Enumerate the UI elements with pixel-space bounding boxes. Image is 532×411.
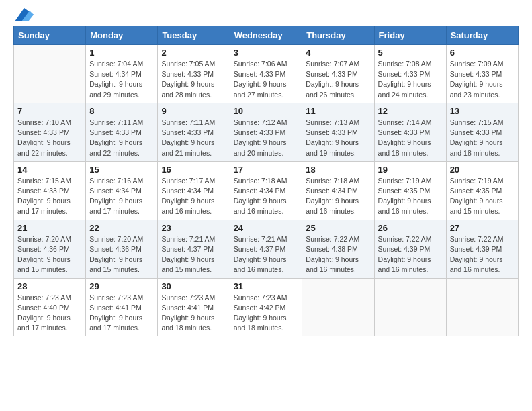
calendar-cell: 21Sunrise: 7:20 AMSunset: 4:36 PMDayligh… [14, 220, 86, 278]
calendar-cell: 28Sunrise: 7:23 AMSunset: 4:40 PMDayligh… [14, 278, 86, 336]
day-number: 2 [161, 48, 226, 58]
day-info: Sunrise: 7:06 AMSunset: 4:33 PMDaylight:… [234, 59, 299, 100]
weekday-header: Sunday [14, 26, 86, 45]
day-number: 17 [234, 165, 299, 175]
day-info: Sunrise: 7:20 AMSunset: 4:36 PMDaylight:… [17, 234, 82, 275]
day-number: 30 [161, 281, 226, 291]
calendar-cell: 20Sunrise: 7:19 AMSunset: 4:35 PMDayligh… [446, 161, 518, 220]
day-number: 12 [378, 106, 443, 116]
day-number: 28 [17, 281, 82, 291]
day-info: Sunrise: 7:23 AMSunset: 4:41 PMDaylight:… [89, 293, 154, 334]
logo-icon [15, 8, 34, 21]
day-info: Sunrise: 7:11 AMSunset: 4:33 PMDaylight:… [161, 118, 226, 158]
day-number: 11 [306, 106, 370, 116]
calendar-cell: 19Sunrise: 7:19 AMSunset: 4:35 PMDayligh… [374, 161, 446, 220]
calendar-cell: 29Sunrise: 7:23 AMSunset: 4:41 PMDayligh… [86, 278, 158, 336]
day-info: Sunrise: 7:22 AMSunset: 4:38 PMDaylight:… [306, 234, 370, 275]
logo [13, 11, 34, 19]
day-info: Sunrise: 7:23 AMSunset: 4:40 PMDaylight:… [17, 293, 82, 334]
day-info: Sunrise: 7:23 AMSunset: 4:42 PMDaylight:… [234, 293, 299, 334]
day-number: 10 [234, 106, 299, 116]
calendar-cell [374, 278, 446, 336]
day-number: 5 [378, 48, 443, 58]
day-number: 22 [89, 223, 154, 233]
weekday-header: Friday [374, 26, 446, 45]
day-info: Sunrise: 7:17 AMSunset: 4:34 PMDaylight:… [161, 176, 226, 217]
calendar-cell [302, 278, 374, 336]
calendar-table: SundayMondayTuesdayWednesdayThursdayFrid… [13, 26, 519, 336]
calendar-cell: 4Sunrise: 7:07 AMSunset: 4:33 PMDaylight… [302, 45, 374, 103]
calendar-header-row: SundayMondayTuesdayWednesdayThursdayFrid… [14, 26, 519, 45]
calendar-cell: 3Sunrise: 7:06 AMSunset: 4:33 PMDaylight… [230, 45, 302, 103]
calendar-cell: 26Sunrise: 7:22 AMSunset: 4:39 PMDayligh… [374, 220, 446, 278]
day-info: Sunrise: 7:16 AMSunset: 4:34 PMDaylight:… [89, 176, 154, 217]
calendar-cell: 7Sunrise: 7:10 AMSunset: 4:33 PMDaylight… [14, 103, 86, 161]
day-number: 27 [450, 223, 515, 233]
calendar-cell: 6Sunrise: 7:09 AMSunset: 4:33 PMDaylight… [446, 45, 518, 103]
day-number: 8 [89, 106, 154, 116]
day-number: 14 [17, 165, 82, 175]
day-info: Sunrise: 7:10 AMSunset: 4:33 PMDaylight:… [17, 118, 82, 158]
calendar-cell: 5Sunrise: 7:08 AMSunset: 4:33 PMDaylight… [374, 45, 446, 103]
day-number: 4 [306, 48, 370, 58]
calendar-cell: 27Sunrise: 7:22 AMSunset: 4:39 PMDayligh… [446, 220, 518, 278]
calendar-cell: 24Sunrise: 7:21 AMSunset: 4:37 PMDayligh… [230, 220, 302, 278]
day-number: 25 [306, 223, 370, 233]
calendar-week-row: 1Sunrise: 7:04 AMSunset: 4:34 PMDaylight… [14, 45, 519, 103]
calendar-cell: 14Sunrise: 7:15 AMSunset: 4:33 PMDayligh… [14, 161, 86, 220]
day-number: 29 [89, 281, 154, 291]
calendar-cell: 8Sunrise: 7:11 AMSunset: 4:33 PMDaylight… [86, 103, 158, 161]
day-info: Sunrise: 7:12 AMSunset: 4:33 PMDaylight:… [234, 118, 299, 158]
day-info: Sunrise: 7:05 AMSunset: 4:33 PMDaylight:… [161, 59, 226, 100]
day-info: Sunrise: 7:15 AMSunset: 4:33 PMDaylight:… [450, 118, 515, 158]
day-info: Sunrise: 7:07 AMSunset: 4:33 PMDaylight:… [306, 59, 370, 100]
day-info: Sunrise: 7:14 AMSunset: 4:33 PMDaylight:… [378, 118, 443, 158]
calendar-cell: 25Sunrise: 7:22 AMSunset: 4:38 PMDayligh… [302, 220, 374, 278]
calendar-cell: 31Sunrise: 7:23 AMSunset: 4:42 PMDayligh… [230, 278, 302, 336]
day-info: Sunrise: 7:19 AMSunset: 4:35 PMDaylight:… [450, 176, 515, 217]
day-number: 9 [161, 106, 226, 116]
day-number: 19 [378, 165, 443, 175]
day-info: Sunrise: 7:13 AMSunset: 4:33 PMDaylight:… [306, 118, 370, 158]
day-info: Sunrise: 7:23 AMSunset: 4:41 PMDaylight:… [161, 293, 226, 334]
day-number: 18 [306, 165, 370, 175]
day-info: Sunrise: 7:09 AMSunset: 4:33 PMDaylight:… [450, 59, 515, 100]
day-number: 20 [450, 165, 515, 175]
calendar-cell: 1Sunrise: 7:04 AMSunset: 4:34 PMDaylight… [86, 45, 158, 103]
calendar-cell: 22Sunrise: 7:20 AMSunset: 4:36 PMDayligh… [86, 220, 158, 278]
day-number: 15 [89, 165, 154, 175]
calendar-cell: 10Sunrise: 7:12 AMSunset: 4:33 PMDayligh… [230, 103, 302, 161]
calendar-cell: 18Sunrise: 7:18 AMSunset: 4:34 PMDayligh… [302, 161, 374, 220]
day-info: Sunrise: 7:18 AMSunset: 4:34 PMDaylight:… [306, 176, 370, 217]
day-info: Sunrise: 7:15 AMSunset: 4:33 PMDaylight:… [17, 176, 82, 217]
day-info: Sunrise: 7:22 AMSunset: 4:39 PMDaylight:… [450, 234, 515, 275]
day-info: Sunrise: 7:18 AMSunset: 4:34 PMDaylight:… [234, 176, 299, 217]
calendar-week-row: 28Sunrise: 7:23 AMSunset: 4:40 PMDayligh… [14, 278, 519, 336]
calendar-cell: 16Sunrise: 7:17 AMSunset: 4:34 PMDayligh… [158, 161, 230, 220]
day-info: Sunrise: 7:11 AMSunset: 4:33 PMDaylight:… [89, 118, 154, 158]
weekday-header: Saturday [446, 26, 518, 45]
day-info: Sunrise: 7:20 AMSunset: 4:36 PMDaylight:… [89, 234, 154, 275]
calendar-cell: 15Sunrise: 7:16 AMSunset: 4:34 PMDayligh… [86, 161, 158, 220]
weekday-header: Tuesday [158, 26, 230, 45]
day-info: Sunrise: 7:08 AMSunset: 4:33 PMDaylight:… [378, 59, 443, 100]
weekday-header: Wednesday [230, 26, 302, 45]
day-info: Sunrise: 7:21 AMSunset: 4:37 PMDaylight:… [161, 234, 226, 275]
day-number: 16 [161, 165, 226, 175]
page-header [13, 11, 519, 19]
day-number: 21 [17, 223, 82, 233]
calendar-cell: 12Sunrise: 7:14 AMSunset: 4:33 PMDayligh… [374, 103, 446, 161]
day-number: 3 [234, 48, 299, 58]
day-info: Sunrise: 7:22 AMSunset: 4:39 PMDaylight:… [378, 234, 443, 275]
calendar-cell: 11Sunrise: 7:13 AMSunset: 4:33 PMDayligh… [302, 103, 374, 161]
calendar-cell: 30Sunrise: 7:23 AMSunset: 4:41 PMDayligh… [158, 278, 230, 336]
calendar-cell: 2Sunrise: 7:05 AMSunset: 4:33 PMDaylight… [158, 45, 230, 103]
day-number: 24 [234, 223, 299, 233]
day-number: 13 [450, 106, 515, 116]
calendar-cell: 13Sunrise: 7:15 AMSunset: 4:33 PMDayligh… [446, 103, 518, 161]
calendar-cell: 23Sunrise: 7:21 AMSunset: 4:37 PMDayligh… [158, 220, 230, 278]
day-number: 1 [89, 48, 154, 58]
calendar-cell: 9Sunrise: 7:11 AMSunset: 4:33 PMDaylight… [158, 103, 230, 161]
day-number: 6 [450, 48, 515, 58]
calendar-cell [446, 278, 518, 336]
